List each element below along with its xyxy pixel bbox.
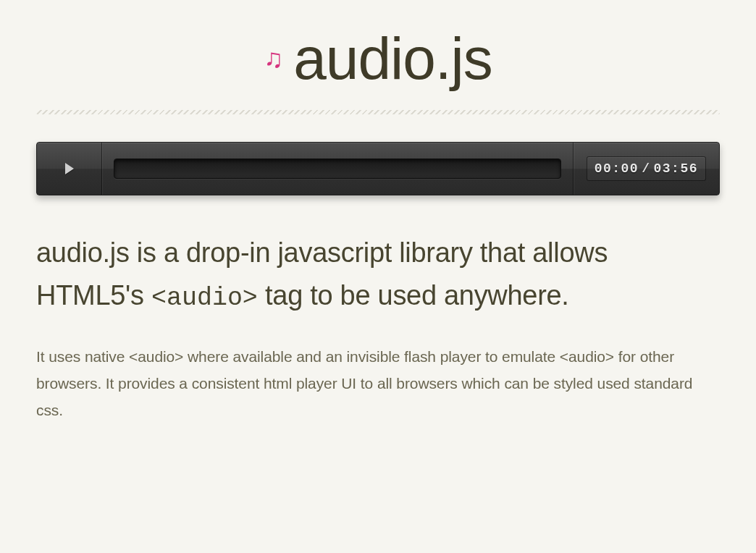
music-note-icon: ♫ [264,46,283,72]
body-text-1: It uses native [36,348,129,365]
body-text-2: where available and an invisible flash p… [183,348,560,365]
play-button[interactable] [37,143,102,195]
lead-paragraph: audio.js is a drop-in javascript library… [36,232,720,318]
time-total: 03:56 [653,161,698,176]
body-code-audio-tag-2: <audio> [560,348,614,365]
time-current: 00:00 [595,161,639,176]
play-icon [65,163,74,174]
body-code-audio-tag-1: <audio> [129,348,183,365]
lead-code-audio-tag: <audio> [151,284,258,312]
divider [36,110,720,114]
lead-text-2: tag to be used anywhere. [258,280,569,311]
time-display-area: 00:00/03:56 [574,143,719,195]
time-display: 00:00/03:56 [587,156,706,181]
audio-player: 00:00/03:56 [36,142,720,195]
time-separator: / [642,161,650,176]
page-title-row: ♫ audio.js [36,29,720,88]
track-area [102,143,574,195]
page-title: audio.js [293,29,492,88]
progress-bar[interactable] [114,159,561,179]
body-paragraph: It uses native <audio> where available a… [36,344,720,423]
